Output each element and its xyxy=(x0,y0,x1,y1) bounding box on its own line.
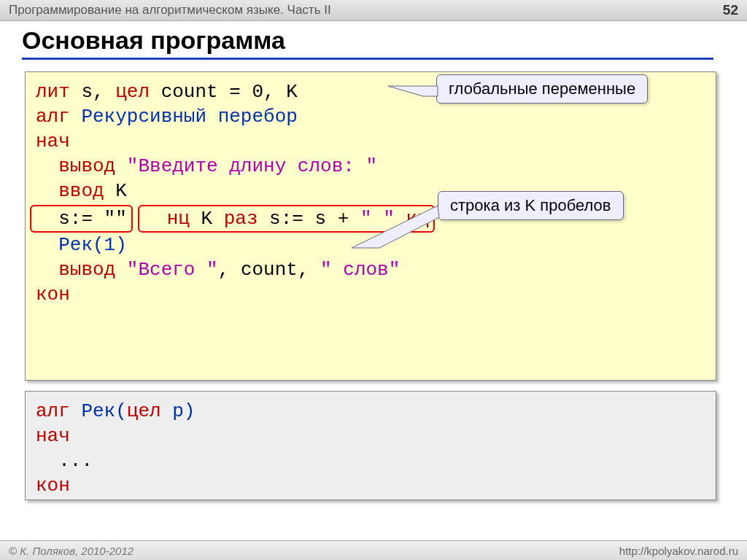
footer-url: http://kpolyakov.narod.ru xyxy=(619,545,738,557)
keyword-alg: алг xyxy=(36,400,70,422)
callout-globals: глобальные переменные xyxy=(436,74,648,104)
proc-rek: Рек( xyxy=(70,400,127,422)
highlight-loop: нц K раз s:= s + " " кц xyxy=(138,205,434,233)
keyword-vyvod: вывод xyxy=(36,155,127,177)
string-literal: "Введите длину слов: " xyxy=(127,155,377,177)
keyword-tsel: цел xyxy=(115,81,150,103)
page-number: 52 xyxy=(723,2,738,18)
keyword-nach: нач xyxy=(36,425,70,447)
footer-bar: © К. Поляков, 2010-2012 http://kpolyakov… xyxy=(0,540,747,560)
keyword-kon: кон xyxy=(36,475,70,497)
highlight-s-init: s:= "" xyxy=(30,205,133,233)
keyword-lit: лит xyxy=(36,81,70,103)
header-bar: Программирование на алгоритмическом язык… xyxy=(0,0,747,21)
copyright: © К. Поляков, 2010-2012 xyxy=(9,545,133,557)
keyword-vvod: ввод K xyxy=(36,180,127,202)
slide-title: Основная программа xyxy=(22,26,713,60)
course-title: Программирование на алгоритмическом язык… xyxy=(9,3,331,18)
ellipsis: ... xyxy=(36,450,93,472)
keyword-alg: алг xyxy=(36,106,70,128)
keyword-kon: кон xyxy=(36,284,70,306)
callout-spaces: строка из K пробелов xyxy=(438,191,624,220)
proc-name: Рекурсивный перебор xyxy=(70,106,298,128)
keyword-tsel: цел xyxy=(127,400,161,422)
sub-code-block: алг Рек(цел p) нач ... кон xyxy=(25,391,716,500)
call-rek: Рек(1) xyxy=(36,234,127,256)
main-code-block: лит s, цел count = 0, K алг Рекурсивный … xyxy=(25,71,716,381)
keyword-nach: нач xyxy=(36,131,70,152)
